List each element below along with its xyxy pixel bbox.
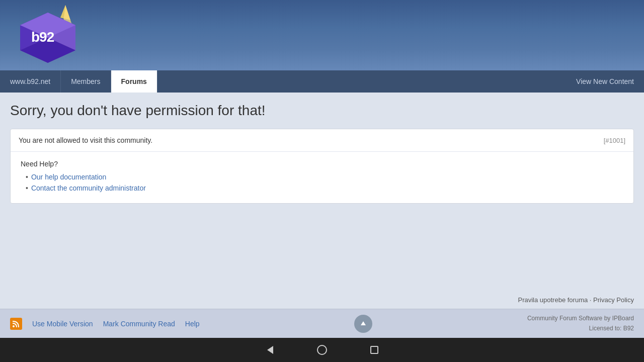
nav-item-b92[interactable]: www.b92.net <box>0 70 61 93</box>
error-box: You are not allowed to visit this commun… <box>10 129 634 204</box>
back-icon <box>264 344 275 355</box>
help-list-item: Our help documentation <box>26 173 623 181</box>
nav-item-members[interactable]: Members <box>61 70 111 93</box>
need-help-label: Need Help? <box>21 160 623 168</box>
error-box-body: Need Help? Our help documentation Contac… <box>11 152 633 203</box>
android-recent-button[interactable] <box>368 344 380 356</box>
pravila-link[interactable]: Pravila upotrebe foruma <box>518 296 588 304</box>
scroll-top-icon <box>359 319 368 328</box>
footer-links-area: Pravila upotrebe foruma · Privacy Policy <box>0 291 644 309</box>
footer-separator: · <box>590 296 593 304</box>
footer-bottom-right: Community Forum Software by IPBoard Lice… <box>527 314 634 333</box>
site-header: b92 <box>0 0 644 70</box>
error-box-header: You are not allowed to visit this commun… <box>11 129 633 152</box>
page-title: Sorry, you don't have permission for tha… <box>10 103 634 119</box>
recent-icon <box>369 344 380 355</box>
footer-bottom-center <box>200 315 527 333</box>
main-navbar: www.b92.net Members Forums View New Cont… <box>0 70 644 93</box>
rss-icon-button[interactable] <box>10 318 22 330</box>
software-line2: Licensed to: B92 <box>527 324 634 333</box>
error-code: [#1001] <box>604 137 625 144</box>
site-logo: b92 <box>10 3 75 68</box>
help-list: Our help documentation Contact the commu… <box>21 173 623 192</box>
navbar-left: www.b92.net Members Forums <box>0 70 157 93</box>
nav-item-forums[interactable]: Forums <box>111 70 157 93</box>
contact-admin-link[interactable]: Contact the community administrator <box>31 184 146 192</box>
help-link-footer[interactable]: Help <box>185 320 200 328</box>
android-navbar <box>0 338 644 362</box>
help-doc-link[interactable]: Our help documentation <box>31 173 106 181</box>
main-content: Sorry, you don't have permission for tha… <box>0 93 644 291</box>
error-message: You are not allowed to visit this commun… <box>19 136 152 144</box>
scroll-top-button[interactable] <box>354 315 372 333</box>
view-new-content-link[interactable]: View New Content <box>576 77 634 85</box>
software-line1: Community Forum Software by IPBoard <box>527 314 634 323</box>
help-list-item-admin: Contact the community administrator <box>26 184 623 192</box>
footer-bottom: Use Mobile Version Mark Community Read H… <box>0 309 644 338</box>
use-mobile-link[interactable]: Use Mobile Version <box>32 320 93 328</box>
svg-marker-11 <box>267 346 273 354</box>
privacy-link[interactable]: Privacy Policy <box>593 296 634 304</box>
navbar-right: View New Content <box>576 70 644 93</box>
svg-point-8 <box>13 325 15 327</box>
svg-rect-13 <box>371 346 378 353</box>
svg-text:b92: b92 <box>31 29 54 45</box>
footer-bottom-left: Use Mobile Version Mark Community Read H… <box>10 318 200 330</box>
rss-svg <box>12 320 20 328</box>
android-back-button[interactable] <box>264 344 276 356</box>
svg-point-12 <box>317 345 327 354</box>
logo-container[interactable]: b92 <box>10 3 75 68</box>
android-home-button[interactable] <box>316 344 328 356</box>
mark-community-read-link[interactable]: Mark Community Read <box>103 320 175 328</box>
home-icon <box>316 344 328 355</box>
